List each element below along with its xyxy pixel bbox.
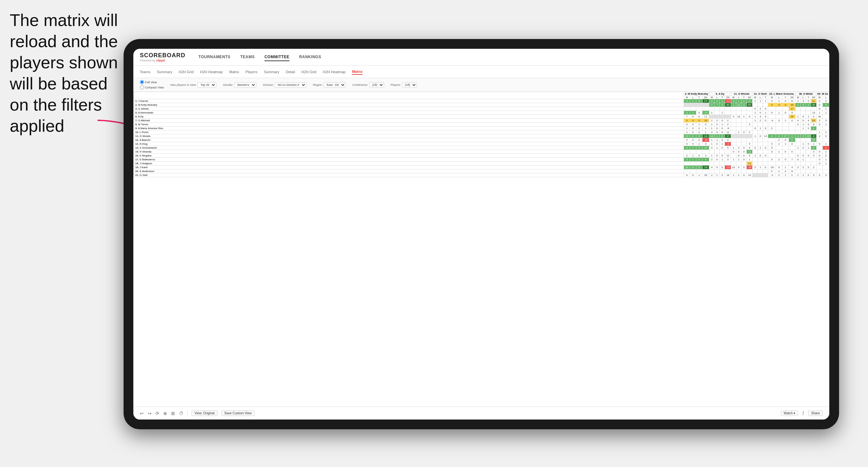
- cell: 0: [741, 146, 746, 150]
- subnav-summary1[interactable]: Summary: [157, 69, 172, 74]
- share-icon[interactable]: ⤴: [802, 411, 804, 416]
- cell: [782, 146, 789, 150]
- cell: [811, 162, 816, 165]
- cell: 1: [752, 154, 758, 158]
- conference-select[interactable]: (All): [369, 82, 384, 88]
- table-row: 15. H Stranda 00011 0100 3 01: [134, 150, 829, 154]
- cell: 1: [816, 130, 823, 134]
- cell: [741, 111, 746, 115]
- cell: 10: [684, 134, 690, 138]
- view-original-button[interactable]: View: Original: [191, 410, 218, 416]
- cell: 0: [696, 154, 702, 158]
- gender-select[interactable]: Women's: [234, 82, 256, 88]
- region-select[interactable]: East - DII: [323, 82, 346, 88]
- cell: 0: [736, 150, 741, 154]
- cell: 0: [714, 165, 720, 169]
- table-row: 7. O Mitchell 30018 2202 120 -4010 40424…: [134, 119, 829, 123]
- wlt-t5: T: [782, 96, 789, 99]
- cell: 14: [763, 134, 768, 138]
- wlt-dif6: Dif: [811, 96, 816, 99]
- refresh-icon[interactable]: ⟳: [155, 411, 159, 416]
- cell: [725, 150, 731, 154]
- cell: 33: [702, 173, 709, 177]
- cell: [741, 126, 746, 130]
- cell: 0: [768, 158, 776, 162]
- cell: 2: [776, 173, 782, 177]
- undo-icon[interactable]: ↩: [140, 411, 144, 416]
- cell: 0: [702, 123, 709, 126]
- cell: [763, 169, 768, 173]
- subnav-h2h-grid1[interactable]: H2H Grid: [179, 69, 193, 74]
- cell: [731, 154, 736, 158]
- cell: [731, 169, 736, 173]
- cell: 0: [696, 165, 702, 169]
- cell: 0: [776, 165, 782, 169]
- cell: 0: [731, 150, 736, 154]
- cell: 0: [796, 154, 801, 158]
- cell: 2: [752, 165, 758, 169]
- cell: 1: [690, 99, 696, 103]
- cell: 0: [782, 99, 789, 103]
- table-row: 21. O Stoll 40133 21014 11010 -2211 1109…: [134, 173, 829, 177]
- share-button[interactable]: Share: [808, 410, 823, 416]
- full-view-radio[interactable]: [140, 80, 144, 84]
- cell: 0: [763, 165, 768, 169]
- matrix-table: 2. M Kelly Mulcahy 6. A Dy 11. G Woods 2…: [133, 92, 829, 177]
- cell: 1: [731, 173, 736, 177]
- cell: 27: [702, 99, 709, 103]
- cell: [776, 146, 782, 150]
- settings-icon[interactable]: ⊞: [171, 411, 175, 416]
- players-select[interactable]: (All): [402, 82, 417, 88]
- cell: 0: [816, 150, 823, 154]
- watch-button[interactable]: Watch ▾: [781, 410, 798, 416]
- cell: 4: [796, 134, 801, 138]
- subnav-summary2[interactable]: Summary: [264, 69, 279, 74]
- nav-tournaments[interactable]: TOURNAMENTS: [198, 53, 230, 61]
- cell: 2: [684, 138, 690, 142]
- nav-teams[interactable]: TEAMS: [240, 53, 255, 61]
- division-select[interactable]: NCAA Division II: [275, 82, 306, 88]
- logo-powered-by: Powered by clippd: [140, 59, 185, 62]
- wlt-dif3: Dif: [746, 96, 752, 99]
- cell: [796, 130, 801, 134]
- subnav-matrix1[interactable]: Matrix: [229, 69, 239, 74]
- subnav-players[interactable]: Players: [246, 69, 257, 74]
- cell: 0: [763, 107, 768, 111]
- cell: [736, 134, 741, 138]
- cell: 0: [714, 126, 720, 130]
- zoom-icon[interactable]: ⊕: [163, 411, 167, 416]
- subnav-h2h-grid2[interactable]: H2H Grid: [302, 69, 316, 74]
- cell: [746, 119, 752, 123]
- cell: 2: [709, 119, 714, 123]
- wlt-l3: L: [736, 96, 741, 99]
- cell: 0: [736, 154, 741, 158]
- cell: [758, 162, 763, 165]
- cell: 1: [736, 173, 741, 177]
- gender-label: Gender: [223, 83, 232, 87]
- full-view-option[interactable]: Full View: [140, 80, 164, 84]
- cell: 0: [768, 111, 776, 115]
- cell: 7: [789, 158, 795, 162]
- cell: 0: [811, 115, 816, 119]
- subnav-detail[interactable]: Detail: [286, 69, 295, 74]
- player-name-cell: 14. S Srichantamit: [134, 146, 684, 150]
- matrix-area[interactable]: 2. M Kelly Mulcahy 6. A Dy 11. G Woods 2…: [133, 92, 829, 406]
- cell: [796, 138, 801, 142]
- annotation-label: The matrix will reload and the players s…: [10, 11, 118, 135]
- subnav-teams[interactable]: Teams: [140, 69, 150, 74]
- wlt-dif5: Dif: [789, 96, 795, 99]
- subnav-h2h-heatmap1[interactable]: H2H Heatmap: [200, 69, 223, 74]
- wlt-w5: W: [768, 96, 776, 99]
- nav-committee[interactable]: COMMITTEE: [265, 53, 289, 61]
- cell: -4: [768, 119, 776, 123]
- cell: [731, 123, 736, 126]
- compact-view-option[interactable]: Compact View: [140, 85, 164, 89]
- max-players-select[interactable]: Top 25: [197, 82, 216, 88]
- subnav-matrix2[interactable]: Matrix: [352, 69, 362, 75]
- subnav-h2h-heatmap2[interactable]: H2H Heatmap: [323, 69, 346, 74]
- compact-view-radio[interactable]: [140, 85, 144, 89]
- nav-rankings[interactable]: RANKINGS: [299, 53, 321, 61]
- save-custom-view-button[interactable]: Save Custom View: [221, 410, 255, 416]
- clock-icon[interactable]: ⏱: [179, 411, 183, 416]
- redo-icon[interactable]: ↪: [148, 411, 152, 416]
